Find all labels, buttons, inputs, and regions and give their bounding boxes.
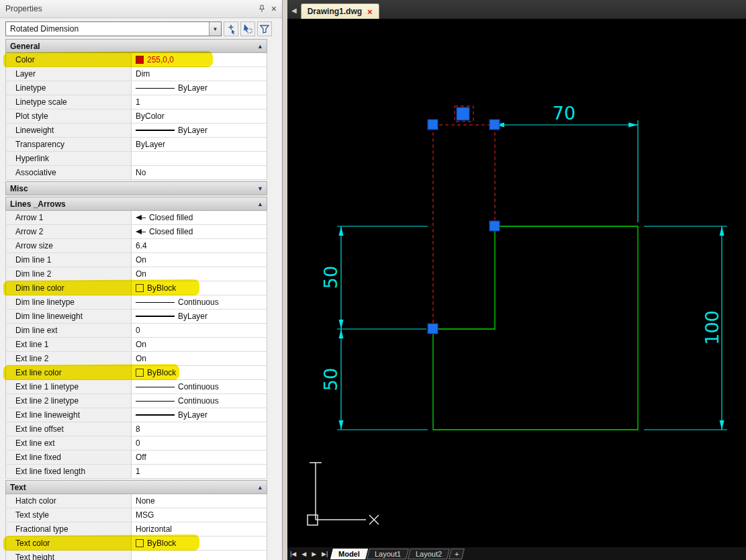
dim-left-lower-value: 50 — [320, 368, 341, 391]
property-value-text: 8 — [136, 424, 140, 434]
property-value[interactable]: ByColor — [132, 109, 267, 123]
property-row-dim-line-lineweight: Dim line lineweightByLayer — [5, 310, 267, 324]
property-value[interactable]: No — [132, 166, 267, 179]
property-value-text: Off — [136, 453, 146, 462]
property-value[interactable]: Continuous — [132, 295, 267, 309]
property-value[interactable]: Continuous — [132, 380, 267, 393]
add-layout-tab[interactable]: + — [449, 549, 465, 559]
property-value[interactable]: 6.4 — [132, 239, 267, 252]
property-value[interactable]: 1 — [132, 465, 267, 478]
tab-layout2[interactable]: Layout2 — [408, 549, 450, 559]
layout-tab-bar: |◀ ◀ ▶ ▶| Model Layout1 Layout2 + — [287, 547, 746, 560]
select-objects-button[interactable] — [240, 21, 255, 36]
dim-right-value: 100 — [702, 310, 722, 345]
property-value[interactable]: Off — [132, 451, 267, 464]
property-row-arrow-1: Arrow 1Closed filled — [5, 211, 267, 225]
property-value[interactable]: Dim — [132, 67, 267, 81]
section-label: General — [10, 42, 40, 51]
property-label: Arrow 2 — [6, 225, 132, 238]
property-value-text: 0 — [136, 438, 140, 448]
property-label: Text height — [6, 551, 132, 560]
grip-defpoint-left[interactable] — [428, 324, 438, 334]
property-value-text: Closed filled — [149, 227, 193, 236]
property-label: Ext line fixed length — [6, 465, 132, 478]
property-value-text: Horizontal — [136, 524, 172, 534]
property-value-text: ByBlock — [147, 368, 176, 377]
property-value[interactable]: 1 — [132, 95, 267, 109]
property-value[interactable] — [132, 551, 267, 560]
toggle-pickadd-button[interactable] — [224, 21, 238, 36]
property-value-text: ByBlock — [147, 539, 176, 548]
section-collapse-icon[interactable]: ▲ — [257, 43, 263, 50]
property-label: Ext line lineweight — [6, 408, 132, 422]
property-value[interactable]: ByLayer — [132, 138, 267, 151]
grip-defpoint-top[interactable] — [489, 221, 500, 231]
property-value[interactable]: ByLayer — [132, 408, 267, 422]
property-row-text-color: Text colorByBlock — [5, 536, 267, 551]
section-header-lines-arrows[interactable]: Lines _Arrows▲ — [5, 197, 267, 211]
property-value-text: On — [136, 340, 146, 349]
property-value[interactable]: 0 — [132, 324, 267, 337]
section-collapse-icon[interactable]: ▼ — [257, 185, 263, 192]
tab-nav-prev-icon[interactable]: ◀ — [299, 551, 309, 557]
grip-dim-text[interactable] — [457, 107, 469, 120]
part-geometry[interactable] — [433, 226, 638, 430]
property-value[interactable]: On — [132, 338, 267, 351]
property-label: Dim line color — [6, 281, 132, 295]
panel-close-icon[interactable]: × — [271, 4, 277, 13]
property-value[interactable]: ByLayer — [132, 81, 267, 95]
property-value[interactable]: ByBlock — [132, 281, 267, 295]
file-tab[interactable]: Drawing1.dwg × — [301, 3, 379, 19]
section-collapse-icon[interactable]: ▲ — [257, 484, 263, 491]
file-tab-scroll-left-icon[interactable]: ◀ — [287, 7, 301, 19]
property-label: Ext line 1 linetype — [6, 380, 132, 393]
selector-dropdown-icon[interactable]: ▼ — [209, 22, 221, 36]
property-value[interactable]: None — [132, 494, 267, 508]
property-value[interactable]: Closed filled — [132, 225, 267, 238]
property-row-ext-line-1: Ext line 1On — [5, 338, 267, 352]
grips[interactable] — [428, 107, 500, 334]
grip-dimline-right[interactable] — [489, 120, 500, 130]
property-value[interactable]: On — [132, 267, 267, 281]
section-header-general[interactable]: General▲ — [5, 39, 267, 53]
section-header-text[interactable]: Text▲ — [5, 480, 267, 494]
property-value-text: None — [136, 496, 155, 506]
tab-model[interactable]: Model — [330, 549, 368, 559]
property-row-ext-line-fixed-length: Ext line fixed length1 — [5, 465, 267, 479]
quick-select-button[interactable] — [257, 21, 272, 36]
tab-layout1[interactable]: Layout1 — [367, 549, 409, 559]
section-label: Lines _Arrows — [10, 199, 66, 209]
property-value[interactable]: 8 — [132, 422, 267, 436]
tab-nav-last-icon[interactable]: ▶| — [319, 551, 330, 557]
property-value[interactable] — [132, 152, 267, 165]
property-value[interactable]: Continuous — [132, 394, 267, 408]
object-type-selector[interactable]: Rotated Dimension ▼ — [5, 21, 222, 36]
property-value[interactable]: MSG — [132, 508, 267, 522]
property-value[interactable]: Horizontal — [132, 522, 267, 536]
property-value[interactable]: Closed filled — [132, 211, 267, 224]
tab-nav-next-icon[interactable]: ▶ — [309, 551, 319, 557]
drawing-canvas[interactable]: 70 50 50 100 — [287, 19, 746, 547]
property-value[interactable]: 0 — [132, 436, 267, 450]
tab-nav-first-icon[interactable]: |◀ — [287, 551, 299, 557]
property-value[interactable]: ByLayer — [132, 124, 267, 137]
property-value[interactable]: 255,0,0 — [132, 53, 267, 66]
section-header-misc[interactable]: Misc▼ — [5, 181, 267, 195]
property-row-lineweight: LineweightByLayer — [5, 124, 267, 138]
property-row-associative: AssociativeNo — [5, 166, 267, 180]
grip-dimline-left[interactable] — [428, 120, 438, 130]
pin-icon[interactable] — [258, 5, 266, 13]
linetype-sample — [136, 302, 175, 303]
property-value[interactable]: ByLayer — [132, 310, 267, 323]
property-value[interactable]: On — [132, 253, 267, 267]
section-collapse-icon[interactable]: ▲ — [257, 201, 263, 207]
property-value[interactable]: ByBlock — [132, 536, 267, 550]
file-tab-close-icon[interactable]: × — [367, 7, 373, 16]
property-value[interactable]: On — [132, 352, 267, 365]
property-label: Fractional type — [6, 522, 132, 536]
property-value[interactable]: ByBlock — [132, 366, 267, 379]
property-row-dim-line-ext: Dim line ext0 — [5, 324, 267, 338]
linetype-sample — [136, 387, 175, 387]
selector-row: Rotated Dimension ▼ — [0, 18, 282, 39]
selected-dimension-red — [433, 106, 495, 324]
